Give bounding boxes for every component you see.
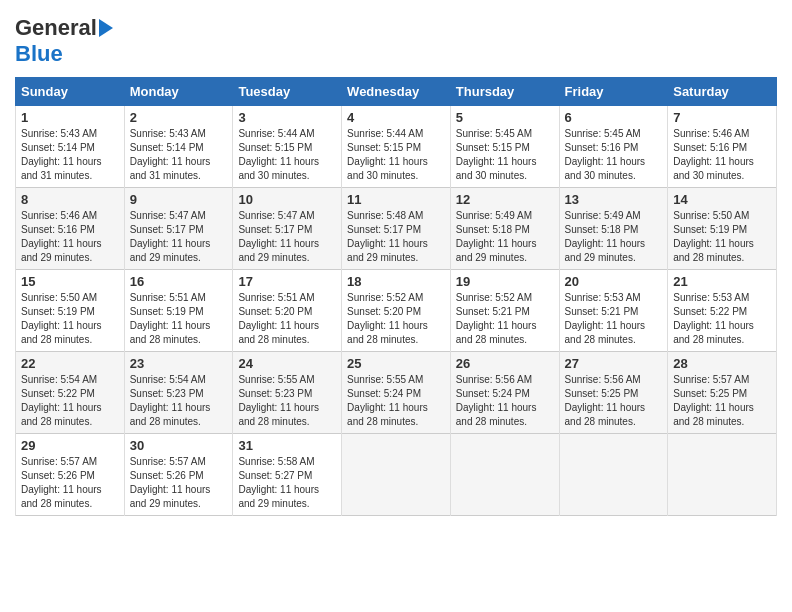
day-info: Sunrise: 5:44 AMSunset: 5:15 PMDaylight:… [347,128,428,181]
day-info: Sunrise: 5:49 AMSunset: 5:18 PMDaylight:… [565,210,646,263]
day-number: 2 [130,110,228,125]
day-number: 15 [21,274,119,289]
day-info: Sunrise: 5:56 AMSunset: 5:24 PMDaylight:… [456,374,537,427]
page-header: General Blue [15,15,777,67]
calendar-cell: 20 Sunrise: 5:53 AMSunset: 5:21 PMDaylig… [559,270,668,352]
day-info: Sunrise: 5:54 AMSunset: 5:22 PMDaylight:… [21,374,102,427]
day-info: Sunrise: 5:56 AMSunset: 5:25 PMDaylight:… [565,374,646,427]
calendar-cell: 18 Sunrise: 5:52 AMSunset: 5:20 PMDaylig… [342,270,451,352]
day-info: Sunrise: 5:51 AMSunset: 5:19 PMDaylight:… [130,292,211,345]
weekday-header-wednesday: Wednesday [342,78,451,106]
day-info: Sunrise: 5:48 AMSunset: 5:17 PMDaylight:… [347,210,428,263]
calendar-cell: 24 Sunrise: 5:55 AMSunset: 5:23 PMDaylig… [233,352,342,434]
weekday-header-row: SundayMondayTuesdayWednesdayThursdayFrid… [16,78,777,106]
day-info: Sunrise: 5:58 AMSunset: 5:27 PMDaylight:… [238,456,319,509]
calendar-cell: 15 Sunrise: 5:50 AMSunset: 5:19 PMDaylig… [16,270,125,352]
day-info: Sunrise: 5:51 AMSunset: 5:20 PMDaylight:… [238,292,319,345]
day-info: Sunrise: 5:54 AMSunset: 5:23 PMDaylight:… [130,374,211,427]
calendar-cell [559,434,668,516]
day-number: 7 [673,110,771,125]
calendar-cell: 13 Sunrise: 5:49 AMSunset: 5:18 PMDaylig… [559,188,668,270]
logo-general: General [15,15,97,41]
logo-arrow [99,19,113,37]
day-number: 9 [130,192,228,207]
logo: General Blue [15,15,113,67]
day-number: 16 [130,274,228,289]
day-number: 29 [21,438,119,453]
day-info: Sunrise: 5:57 AMSunset: 5:26 PMDaylight:… [130,456,211,509]
weekday-header-thursday: Thursday [450,78,559,106]
weekday-header-tuesday: Tuesday [233,78,342,106]
day-number: 30 [130,438,228,453]
day-info: Sunrise: 5:45 AMSunset: 5:16 PMDaylight:… [565,128,646,181]
day-number: 24 [238,356,336,371]
day-number: 10 [238,192,336,207]
day-number: 13 [565,192,663,207]
calendar-cell: 30 Sunrise: 5:57 AMSunset: 5:26 PMDaylig… [124,434,233,516]
day-number: 19 [456,274,554,289]
day-info: Sunrise: 5:47 AMSunset: 5:17 PMDaylight:… [130,210,211,263]
day-info: Sunrise: 5:57 AMSunset: 5:26 PMDaylight:… [21,456,102,509]
day-number: 23 [130,356,228,371]
calendar-cell: 16 Sunrise: 5:51 AMSunset: 5:19 PMDaylig… [124,270,233,352]
day-info: Sunrise: 5:50 AMSunset: 5:19 PMDaylight:… [21,292,102,345]
calendar-week-1: 1 Sunrise: 5:43 AMSunset: 5:14 PMDayligh… [16,106,777,188]
calendar-cell: 9 Sunrise: 5:47 AMSunset: 5:17 PMDayligh… [124,188,233,270]
calendar-cell: 7 Sunrise: 5:46 AMSunset: 5:16 PMDayligh… [668,106,777,188]
day-number: 17 [238,274,336,289]
day-number: 26 [456,356,554,371]
day-number: 21 [673,274,771,289]
day-info: Sunrise: 5:52 AMSunset: 5:20 PMDaylight:… [347,292,428,345]
calendar-cell: 6 Sunrise: 5:45 AMSunset: 5:16 PMDayligh… [559,106,668,188]
calendar-cell: 8 Sunrise: 5:46 AMSunset: 5:16 PMDayligh… [16,188,125,270]
day-number: 11 [347,192,445,207]
day-number: 14 [673,192,771,207]
calendar-cell: 22 Sunrise: 5:54 AMSunset: 5:22 PMDaylig… [16,352,125,434]
day-number: 25 [347,356,445,371]
day-number: 12 [456,192,554,207]
day-info: Sunrise: 5:43 AMSunset: 5:14 PMDaylight:… [21,128,102,181]
calendar-cell: 28 Sunrise: 5:57 AMSunset: 5:25 PMDaylig… [668,352,777,434]
day-number: 31 [238,438,336,453]
day-info: Sunrise: 5:46 AMSunset: 5:16 PMDaylight:… [673,128,754,181]
day-number: 27 [565,356,663,371]
day-number: 8 [21,192,119,207]
calendar-cell [342,434,451,516]
calendar-table: SundayMondayTuesdayWednesdayThursdayFrid… [15,77,777,516]
calendar-week-4: 22 Sunrise: 5:54 AMSunset: 5:22 PMDaylig… [16,352,777,434]
calendar-cell: 19 Sunrise: 5:52 AMSunset: 5:21 PMDaylig… [450,270,559,352]
calendar-cell: 4 Sunrise: 5:44 AMSunset: 5:15 PMDayligh… [342,106,451,188]
day-info: Sunrise: 5:45 AMSunset: 5:15 PMDaylight:… [456,128,537,181]
day-number: 22 [21,356,119,371]
calendar-cell: 1 Sunrise: 5:43 AMSunset: 5:14 PMDayligh… [16,106,125,188]
day-info: Sunrise: 5:53 AMSunset: 5:21 PMDaylight:… [565,292,646,345]
day-number: 5 [456,110,554,125]
calendar-cell [668,434,777,516]
day-info: Sunrise: 5:43 AMSunset: 5:14 PMDaylight:… [130,128,211,181]
day-number: 18 [347,274,445,289]
calendar-cell: 21 Sunrise: 5:53 AMSunset: 5:22 PMDaylig… [668,270,777,352]
logo-blue: Blue [15,41,63,66]
calendar-cell: 14 Sunrise: 5:50 AMSunset: 5:19 PMDaylig… [668,188,777,270]
calendar-week-2: 8 Sunrise: 5:46 AMSunset: 5:16 PMDayligh… [16,188,777,270]
calendar-cell [450,434,559,516]
day-info: Sunrise: 5:55 AMSunset: 5:24 PMDaylight:… [347,374,428,427]
calendar-week-3: 15 Sunrise: 5:50 AMSunset: 5:19 PMDaylig… [16,270,777,352]
day-number: 20 [565,274,663,289]
calendar-cell: 5 Sunrise: 5:45 AMSunset: 5:15 PMDayligh… [450,106,559,188]
weekday-header-saturday: Saturday [668,78,777,106]
day-info: Sunrise: 5:55 AMSunset: 5:23 PMDaylight:… [238,374,319,427]
day-info: Sunrise: 5:47 AMSunset: 5:17 PMDaylight:… [238,210,319,263]
weekday-header-sunday: Sunday [16,78,125,106]
calendar-cell: 29 Sunrise: 5:57 AMSunset: 5:26 PMDaylig… [16,434,125,516]
calendar-cell: 25 Sunrise: 5:55 AMSunset: 5:24 PMDaylig… [342,352,451,434]
calendar-cell: 31 Sunrise: 5:58 AMSunset: 5:27 PMDaylig… [233,434,342,516]
day-info: Sunrise: 5:53 AMSunset: 5:22 PMDaylight:… [673,292,754,345]
day-number: 6 [565,110,663,125]
weekday-header-monday: Monday [124,78,233,106]
calendar-cell: 2 Sunrise: 5:43 AMSunset: 5:14 PMDayligh… [124,106,233,188]
calendar-cell: 11 Sunrise: 5:48 AMSunset: 5:17 PMDaylig… [342,188,451,270]
day-number: 1 [21,110,119,125]
day-info: Sunrise: 5:46 AMSunset: 5:16 PMDaylight:… [21,210,102,263]
calendar-cell: 27 Sunrise: 5:56 AMSunset: 5:25 PMDaylig… [559,352,668,434]
